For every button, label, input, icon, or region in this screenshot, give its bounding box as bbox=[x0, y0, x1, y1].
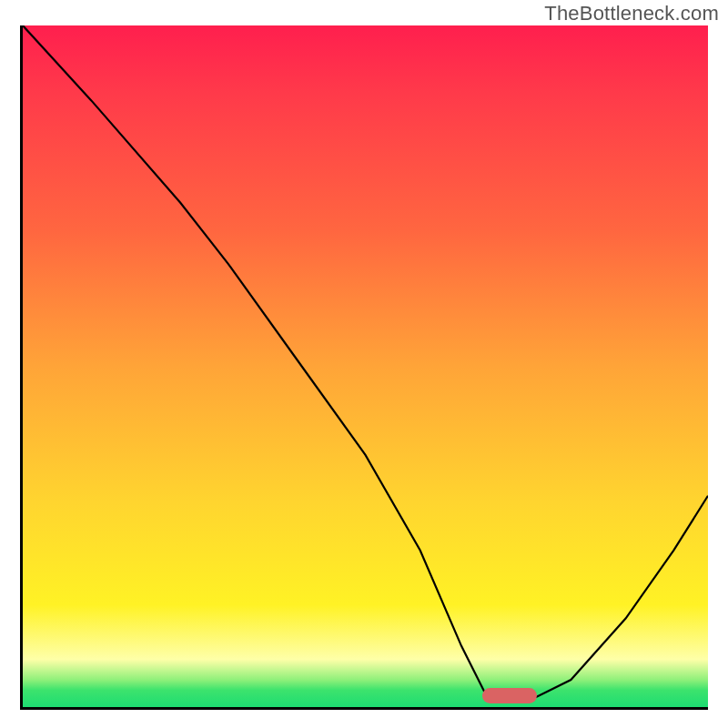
chart-container: TheBottleneck.com bbox=[0, 0, 728, 728]
plot-axes bbox=[20, 25, 708, 710]
bottleneck-curve-path bbox=[23, 25, 708, 701]
optimal-marker bbox=[482, 688, 537, 703]
watermark-text: TheBottleneck.com bbox=[544, 2, 719, 25]
bottleneck-curve-svg bbox=[23, 25, 708, 707]
